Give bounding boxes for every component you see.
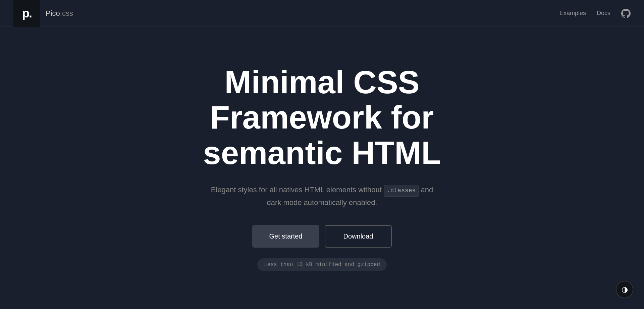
site-name-prefix: Pico	[46, 9, 60, 17]
hero-note: Less than 10 kB minified and gzipped	[257, 258, 387, 271]
hero-title: Minimal CSS Framework for semantic HTML	[138, 64, 506, 171]
hero-subtitle: Elegant styles for all natives HTML elem…	[205, 184, 439, 208]
hero-buttons: Get started Download	[252, 225, 392, 248]
logo-box: p.	[13, 0, 40, 27]
get-started-button[interactable]: Get started	[252, 225, 319, 248]
site-name: Pico.css	[46, 9, 73, 18]
hero-section: Minimal CSS Framework for semantic HTML …	[0, 27, 644, 309]
github-icon[interactable]	[621, 9, 631, 18]
theme-toggle-icon: ◑	[622, 285, 628, 294]
navbar-right: Examples Docs	[559, 9, 631, 18]
nav-examples-link[interactable]: Examples	[559, 10, 586, 17]
navbar-left: p. Pico.css	[13, 0, 73, 27]
download-button[interactable]: Download	[325, 225, 392, 248]
hero-subtitle-before: Elegant styles for all natives HTML elem…	[211, 186, 382, 194]
hero-subtitle-code: .classes	[384, 185, 419, 197]
theme-toggle-button[interactable]: ◑	[616, 281, 633, 298]
nav-docs-link[interactable]: Docs	[597, 10, 610, 17]
hero-title-line2: semantic HTML	[203, 135, 441, 171]
hero-title-line1: Minimal CSS Framework for	[210, 64, 434, 136]
navbar: p. Pico.css Examples Docs	[0, 0, 644, 27]
logo-symbol: p.	[22, 7, 32, 19]
site-name-suffix: .css	[60, 9, 73, 17]
